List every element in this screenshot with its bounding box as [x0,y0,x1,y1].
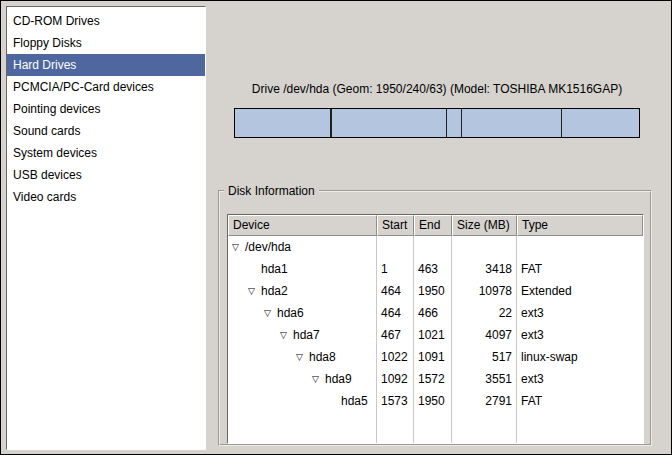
partition-segment-hda1 [235,109,331,137]
device-cell: ▽hda6 [228,302,377,324]
start-cell [377,236,414,258]
device-label: hda8 [309,346,336,368]
expander-icon[interactable]: ▽ [264,302,277,324]
disk-row-hda9[interactable]: ▽hda9109215723551ext3 [228,368,643,390]
hardware-browser-window: CD-ROM DrivesFloppy DisksHard DrivesPCMC… [0,0,672,455]
size-cell: 517 [452,346,517,368]
disk-row-hda5[interactable]: hda5157319502791FAT [228,390,643,412]
type-cell: FAT [517,390,643,412]
end-cell: 1091 [414,346,452,368]
column-header-end[interactable]: End [414,215,452,236]
start-cell: 1092 [377,368,414,390]
type-cell: ext3 [517,302,643,324]
sidebar-item-cd-rom-drives[interactable]: CD-ROM Drives [7,10,205,32]
device-cell: ▽hda9 [228,368,377,390]
device-label: hda2 [261,280,288,302]
device-cell: ▽hda2 [228,280,377,302]
device-label: hda5 [341,390,368,412]
sidebar-item-video-cards[interactable]: Video cards [7,186,205,208]
size-cell: 3418 [452,258,517,280]
disk-table-header: DeviceStartEndSize (MB)Type [228,215,643,236]
partition-segment-hda5 [562,109,639,137]
disk-table: DeviceStartEndSize (MB)Type ▽/dev/hdahda… [227,214,644,444]
column-header-type[interactable]: Type [517,215,643,236]
device-label: hda1 [261,258,288,280]
device-label: /dev/hda [245,236,291,258]
size-cell: 4097 [452,324,517,346]
expander-icon[interactable]: ▽ [312,368,325,390]
size-cell: 3551 [452,368,517,390]
sidebar-item-hard-drives[interactable]: Hard Drives [7,54,205,76]
type-cell [517,236,643,258]
end-cell: 1950 [414,280,452,302]
partition-segment-hda9 [462,109,561,137]
type-cell: ext3 [517,324,643,346]
device-cell: hda1 [228,258,377,280]
start-cell: 1022 [377,346,414,368]
disk-row-hda2[interactable]: ▽hda2464195010978Extended [228,280,643,302]
disk-row-dev-hda[interactable]: ▽/dev/hda [228,236,643,258]
start-cell: 1 [377,258,414,280]
expander-icon[interactable]: ▽ [296,346,309,368]
sidebar-item-floppy-disks[interactable]: Floppy Disks [7,32,205,54]
device-category-list: CD-ROM DrivesFloppy DisksHard DrivesPCMC… [6,6,206,450]
expander-icon[interactable]: ▽ [248,280,261,302]
device-label: hda6 [277,302,304,324]
sidebar-item-pointing-devices[interactable]: Pointing devices [7,98,205,120]
end-cell: 463 [414,258,452,280]
column-header-size[interactable]: Size (MB) [452,215,517,236]
size-cell [452,236,517,258]
disk-row-hda8[interactable]: ▽hda810221091517linux-swap [228,346,643,368]
disk-row-hda6[interactable]: ▽hda646446622ext3 [228,302,643,324]
device-cell: ▽hda7 [228,324,377,346]
sidebar-item-sound-cards[interactable]: Sound cards [7,120,205,142]
sidebar-item-usb-devices[interactable]: USB devices [7,164,205,186]
end-cell: 1950 [414,390,452,412]
sidebar-item-system-devices[interactable]: System devices [7,142,205,164]
expander-icon[interactable]: ▽ [280,324,293,346]
type-cell: FAT [517,258,643,280]
disk-row-hda7[interactable]: ▽hda746710214097ext3 [228,324,643,346]
disk-information-label: Disk Information [224,184,319,198]
device-cell: ▽hda8 [228,346,377,368]
device-label: hda7 [293,324,320,346]
size-cell: 22 [452,302,517,324]
device-cell: hda5 [228,390,377,412]
end-cell: 466 [414,302,452,324]
device-cell: ▽/dev/hda [228,236,377,258]
start-cell: 467 [377,324,414,346]
start-cell: 464 [377,302,414,324]
expander-icon[interactable]: ▽ [232,236,245,258]
disk-information-frame: Disk Information DeviceStartEndSize (MB)… [218,184,652,446]
column-header-start[interactable]: Start [377,215,414,236]
type-cell: Extended [517,280,643,302]
end-cell [414,236,452,258]
size-cell: 10978 [452,280,517,302]
size-cell: 2791 [452,390,517,412]
column-header-device[interactable]: Device [228,215,377,236]
sidebar-item-pcmcia-pc-card-devices[interactable]: PCMCIA/PC-Card devices [7,76,205,98]
end-cell: 1021 [414,324,452,346]
partition-segment-hda7 [332,109,447,137]
type-cell: ext3 [517,368,643,390]
drive-partition-bar [234,108,640,138]
start-cell: 464 [377,280,414,302]
disk-row-hda1[interactable]: hda114633418FAT [228,258,643,280]
partition-segment-hda8 [447,109,462,137]
drive-title: Drive /dev/hda (Geom: 1950/240/63) (Mode… [234,82,640,96]
start-cell: 1573 [377,390,414,412]
device-label: hda9 [325,368,352,390]
end-cell: 1572 [414,368,452,390]
type-cell: linux-swap [517,346,643,368]
disk-table-body: ▽/dev/hdahda114633418FAT▽hda246419501097… [228,236,643,443]
